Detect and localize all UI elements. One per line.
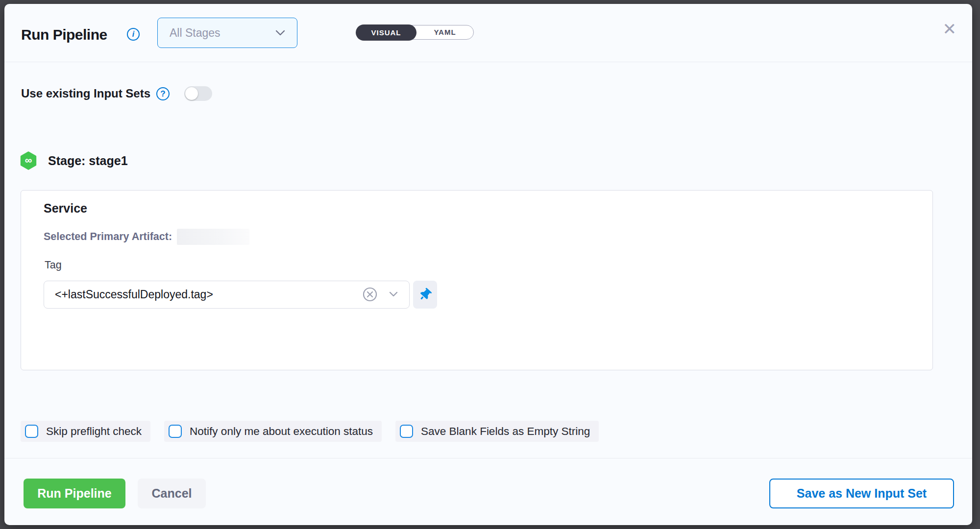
save-as-new-input-set-button[interactable]: Save as New Input Set bbox=[769, 479, 954, 508]
clear-icon[interactable] bbox=[363, 287, 377, 302]
view-mode-toggle: VISUAL YAML bbox=[356, 25, 474, 40]
option-skip-preflight[interactable]: Skip preflight check bbox=[21, 421, 150, 442]
tag-input[interactable] bbox=[44, 281, 410, 309]
option-label: Save Blank Fields as Empty String bbox=[421, 425, 590, 438]
help-icon[interactable]: ? bbox=[156, 87, 170, 100]
modal-header: Run Pipeline i All Stages VISUAL YAML ✕ bbox=[4, 4, 972, 62]
stage-filter-value: All Stages bbox=[170, 26, 220, 40]
close-icon[interactable]: ✕ bbox=[943, 21, 957, 37]
input-sets-label: Use existing Input Sets bbox=[21, 87, 150, 100]
tab-yaml[interactable]: YAML bbox=[416, 25, 473, 39]
tab-visual[interactable]: VISUAL bbox=[356, 24, 416, 41]
checkbox[interactable] bbox=[169, 425, 182, 438]
chevron-down-icon bbox=[275, 30, 285, 36]
run-pipeline-modal: Run Pipeline i All Stages VISUAL YAML ✕ … bbox=[4, 4, 972, 525]
artifact-value-redacted bbox=[177, 229, 249, 245]
pushpin-icon bbox=[416, 286, 434, 303]
tag-input-wrap bbox=[44, 281, 410, 309]
artifact-label: Selected Primary Artifact: bbox=[44, 231, 172, 243]
footer-divider bbox=[4, 458, 972, 458]
tag-label: Tag bbox=[45, 259, 62, 271]
cancel-button[interactable]: Cancel bbox=[138, 479, 206, 508]
stage-filter-select[interactable]: All Stages bbox=[157, 18, 297, 48]
stage-row: ∞ Stage: stage1 bbox=[20, 151, 128, 170]
pin-button[interactable] bbox=[413, 281, 437, 309]
artifact-row: Selected Primary Artifact: bbox=[44, 229, 249, 245]
option-save-blank-fields[interactable]: Save Blank Fields as Empty String bbox=[395, 421, 599, 442]
input-sets-row: Use existing Input Sets ? bbox=[21, 86, 212, 101]
input-sets-toggle[interactable] bbox=[184, 86, 212, 101]
stage-label: Stage: stage1 bbox=[48, 154, 128, 168]
service-card-title: Service bbox=[44, 201, 87, 216]
toggle-thumb bbox=[185, 87, 198, 100]
option-label: Skip preflight check bbox=[46, 425, 142, 438]
chevron-down-icon[interactable] bbox=[389, 291, 398, 297]
checkbox[interactable] bbox=[400, 425, 413, 438]
page-title: Run Pipeline bbox=[21, 26, 107, 43]
tag-input-row bbox=[44, 281, 437, 309]
option-label: Notify only me about execution status bbox=[190, 425, 373, 438]
svg-text:∞: ∞ bbox=[25, 155, 32, 166]
info-icon[interactable]: i bbox=[127, 28, 140, 41]
deploy-stage-icon: ∞ bbox=[20, 151, 37, 170]
checkbox[interactable] bbox=[25, 425, 38, 438]
run-pipeline-button[interactable]: Run Pipeline bbox=[24, 479, 125, 508]
option-notify-only-me[interactable]: Notify only me about execution status bbox=[164, 421, 382, 442]
options-row: Skip preflight check Notify only me abou… bbox=[21, 421, 599, 442]
service-card: Service Selected Primary Artifact: Tag bbox=[21, 190, 933, 370]
